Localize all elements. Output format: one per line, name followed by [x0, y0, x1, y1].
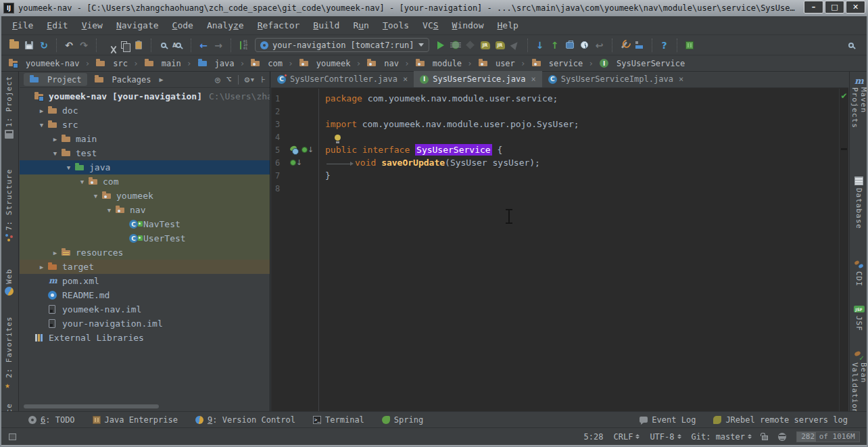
editor-tab-SysUserServiceImpl.java[interactable]: CSysUserServiceImpl.java×	[542, 71, 690, 87]
breadcrumb-module[interactable]: module	[414, 58, 463, 68]
tree-row[interactable]: ▼java	[20, 160, 270, 174]
status-crlf[interactable]: CRLF	[613, 432, 640, 442]
collapsed-arrow-icon[interactable]: ▶	[49, 136, 61, 143]
breadcrumb-SysUserService[interactable]: ISysUserService	[598, 58, 686, 68]
status-git-master[interactable]: Git: master	[692, 432, 752, 442]
code-line[interactable]: void saveOrUpdate(SysUser sysUser);	[325, 156, 839, 169]
toolwindow-button-terminal[interactable]: >_Terminal	[313, 415, 364, 425]
unlock-icon[interactable]	[762, 436, 768, 440]
tree-row[interactable]: ▼youmeek	[20, 189, 270, 203]
toolwindow-button-jsf[interactable]: JSFJSF	[854, 305, 865, 343]
menu-run[interactable]: Run	[346, 18, 375, 32]
menu-help[interactable]: Help	[491, 18, 525, 32]
line-number[interactable]: 1	[271, 94, 285, 103]
status-utf-8[interactable]: UTF-8	[650, 432, 681, 442]
code-line[interactable]	[325, 182, 839, 195]
toolwindow-button-web[interactable]: Web	[5, 254, 14, 296]
close-button[interactable]: ✕	[846, 1, 865, 14]
redo-icon[interactable]: ↷	[76, 38, 91, 53]
line-number[interactable]: 8	[271, 184, 285, 193]
code-line[interactable]: package com.youmeek.nav.module.user.serv…	[325, 92, 839, 105]
toolwindow-button-6-todo[interactable]: 6: TODO	[28, 415, 75, 425]
tree-row[interactable]: your-navigation.iml	[20, 316, 270, 331]
tree-row[interactable]: ▼test	[20, 146, 270, 160]
tree-row[interactable]: CNavTest	[20, 217, 270, 231]
menu-analyze[interactable]: Analyze	[200, 18, 251, 32]
collapsed-arrow-icon[interactable]: ▶	[36, 108, 47, 114]
line-number[interactable]: 2	[271, 107, 285, 116]
breadcrumb-src[interactable]: src	[94, 58, 129, 68]
code-line[interactable]	[325, 131, 839, 143]
tree-row[interactable]: External Libraries	[20, 331, 270, 345]
line-number[interactable]: 7	[271, 171, 285, 181]
jrebel-config-icon[interactable]	[682, 38, 697, 53]
toolwindow-button-cdi[interactable]: CDI	[854, 260, 863, 297]
code-line[interactable]: import com.youmeek.nav.module.user.pojo.…	[325, 118, 839, 131]
tree-row[interactable]: ▶target	[20, 260, 270, 274]
help-contents-icon[interactable]: ?	[657, 38, 672, 53]
collapse-all-icon[interactable]: ⌥	[226, 74, 232, 85]
menu-file[interactable]: File	[5, 18, 40, 32]
collapsed-arrow-icon[interactable]: ▶	[36, 264, 47, 270]
toolwindow-button-java-enterprise[interactable]: Java Enterprise	[93, 415, 178, 425]
toolwindow-button-jrebel-remote-servers-log[interactable]: JRebel remote servers log	[713, 415, 848, 425]
breadcrumb-youmeek-nav[interactable]: youmeek-nav	[7, 58, 80, 68]
synchronize-icon[interactable]: ↻	[37, 38, 51, 53]
menu-view[interactable]: View	[75, 18, 110, 32]
editor-tab-SysUserController.java[interactable]: CSysUserController.java×	[271, 71, 414, 87]
breadcrumb-service[interactable]: service	[530, 58, 585, 68]
settings-gear-icon[interactable]: ⚙▾	[245, 74, 256, 85]
error-stripe[interactable]: ✔	[839, 89, 848, 411]
menu-build[interactable]: Build	[306, 18, 346, 32]
menu-navigate[interactable]: Navigate	[110, 18, 166, 32]
menu-code[interactable]: Code	[166, 18, 200, 32]
breadcrumb-user[interactable]: user	[477, 58, 516, 68]
tree-row[interactable]: ▶doc	[20, 103, 270, 118]
toolwindow-button-2-favorites[interactable]: 2: Favorites★	[5, 316, 14, 390]
cut-icon[interactable]	[101, 38, 116, 53]
breadcrumb-com[interactable]: com	[249, 58, 284, 68]
toolwindow-button-9-version-control[interactable]: 9: Version Control	[195, 415, 295, 425]
spring-bean-icon[interactable]	[290, 145, 301, 154]
run-configuration-select[interactable]: your-navigation [tomcat7:run]	[255, 38, 429, 52]
status-5-28[interactable]: 5:28	[584, 432, 604, 442]
breadcrumb-main[interactable]: main	[143, 58, 183, 68]
maximize-button[interactable]: □	[825, 1, 844, 14]
editor-tab-SysUserService.java[interactable]: ISysUserService.java×	[414, 71, 542, 87]
vcs-commit-icon[interactable]: ↑	[548, 38, 562, 53]
paste-icon[interactable]	[131, 38, 146, 53]
collapsed-arrow-icon[interactable]: ▶	[49, 250, 61, 256]
toolwindow-button-event-log[interactable]: Event Log	[640, 415, 696, 425]
tree-row[interactable]: ▼nav	[20, 203, 270, 217]
breadcrumb-java[interactable]: java	[196, 58, 236, 68]
code-line[interactable]	[325, 105, 839, 118]
menu-window[interactable]: Window	[445, 18, 491, 32]
expanded-arrow-icon[interactable]: ▼	[90, 193, 101, 199]
tree-row[interactable]: ▼com	[20, 174, 270, 189]
settings-icon[interactable]	[617, 38, 632, 53]
menu-edit[interactable]: Edit	[40, 18, 74, 32]
copy-icon[interactable]	[116, 38, 131, 53]
jrebel-run-icon[interactable]: JR	[478, 38, 493, 53]
implemented-marker-icon[interactable]: ↓	[290, 158, 302, 167]
title-bar[interactable]: IJ youmeek-nav - [C:\Users\zhangchaohuan…	[0, 0, 868, 16]
line-number[interactable]: 5	[271, 145, 285, 155]
pin-icon[interactable]: ⊦	[261, 74, 266, 85]
locate-icon[interactable]: ◎	[215, 74, 220, 85]
close-tab-icon[interactable]: ×	[679, 74, 683, 84]
expanded-arrow-icon[interactable]: ▼	[103, 207, 115, 214]
toolwindow-button-database[interactable]: Database	[854, 177, 863, 233]
save-all-icon[interactable]	[22, 38, 37, 53]
project-structure-icon[interactable]	[632, 38, 647, 53]
jrebel-debug-icon[interactable]: JR	[493, 38, 508, 53]
inspections-profile-icon[interactable]	[778, 433, 786, 441]
search-everywhere-icon[interactable]	[844, 38, 859, 53]
more-tabs-icon[interactable]: ▶	[159, 76, 163, 83]
tree-row[interactable]: mpom.xml	[20, 274, 270, 288]
line-number[interactable]: 6	[271, 158, 285, 168]
open-project-icon[interactable]	[7, 38, 22, 53]
expanded-arrow-icon[interactable]: ▼	[36, 122, 47, 128]
find-icon[interactable]	[156, 38, 171, 53]
tree-row[interactable]: CUserTest	[20, 231, 270, 245]
toggle-toolwindows-icon[interactable]	[9, 433, 16, 440]
